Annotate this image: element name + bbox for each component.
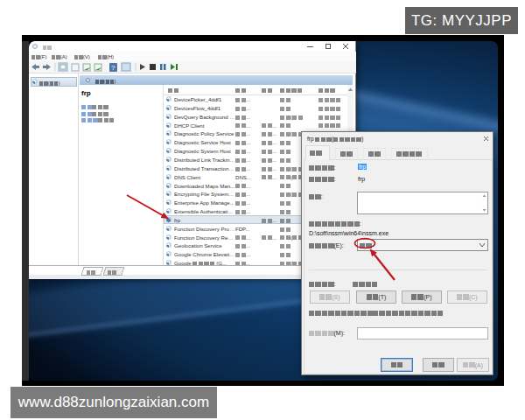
svg-text:?: ? xyxy=(111,64,116,72)
